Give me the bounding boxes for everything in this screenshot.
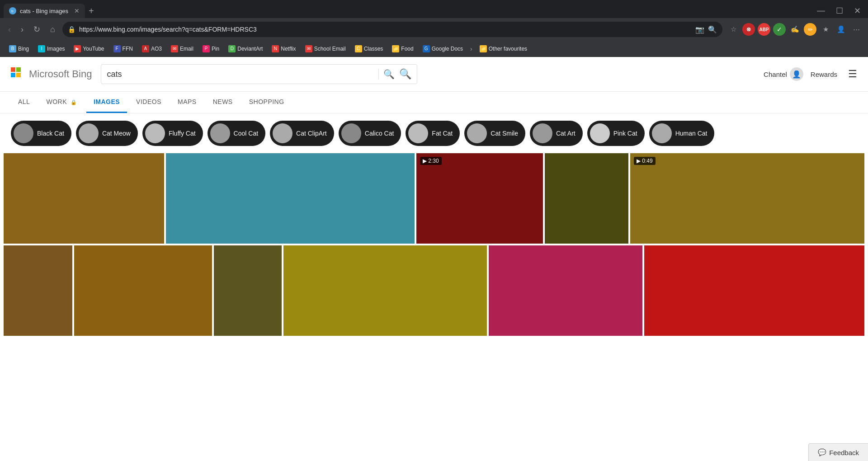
bookmark-ffn[interactable]: F FFN bbox=[110, 44, 137, 54]
related-pill-cool-cat[interactable]: Cool Cat bbox=[208, 121, 265, 146]
related-pill-cat-clipart[interactable]: Cat ClipArt bbox=[270, 121, 334, 146]
bookmark-netflix-label: Netflix bbox=[281, 46, 296, 52]
bookmark-pin[interactable]: P Pin bbox=[199, 44, 223, 54]
related-pill-fluffy-cat[interactable]: Fluffy Cat bbox=[142, 121, 203, 146]
tab-maps[interactable]: MAPS bbox=[170, 92, 204, 113]
bookmark-ao3-label: AO3 bbox=[151, 46, 162, 52]
forward-button[interactable]: › bbox=[18, 25, 26, 34]
classes-favicon: C bbox=[355, 45, 362, 52]
bookmark-school-email[interactable]: ✉ School Email bbox=[302, 44, 349, 54]
tab-images[interactable]: IMAGES bbox=[86, 92, 127, 113]
image-item-2[interactable] bbox=[166, 153, 415, 244]
related-pill-human-cat[interactable]: Human Cat bbox=[649, 121, 715, 146]
check-icon[interactable]: ✓ bbox=[773, 23, 786, 36]
bookmarks-bar: B Bing I Images ▶ YouTube F FFN A AO3 ✉ … bbox=[0, 41, 868, 57]
home-button[interactable]: ⌂ bbox=[47, 25, 58, 34]
tab-work[interactable]: WORK 🔒 bbox=[39, 92, 84, 113]
tab-shopping[interactable]: SHOPPING bbox=[242, 92, 292, 113]
abp-icon[interactable]: ABP bbox=[758, 23, 770, 36]
related-pill-fat-cat[interactable]: Fat Cat bbox=[406, 121, 460, 146]
quill-icon[interactable]: ✍ bbox=[788, 23, 801, 36]
da-favicon: D bbox=[228, 45, 236, 52]
bookmark-youtube[interactable]: ▶ YouTube bbox=[70, 44, 108, 54]
image-item-1[interactable] bbox=[4, 153, 164, 244]
bing-logo-text: Microsoft Bing bbox=[29, 68, 92, 80]
bookmarks-chevron[interactable]: › bbox=[470, 45, 472, 52]
camera-icon[interactable]: 📷 bbox=[695, 25, 704, 34]
bookmark-netflix[interactable]: N Netflix bbox=[268, 44, 299, 54]
back-button[interactable]: ‹ bbox=[5, 25, 14, 34]
maximize-button[interactable]: ☐ bbox=[832, 6, 847, 16]
bookmark-classes[interactable]: C Classes bbox=[351, 44, 387, 54]
image-item-11[interactable] bbox=[644, 245, 864, 336]
pill-cat-smile-img bbox=[467, 123, 487, 143]
rewards-button[interactable]: Rewards bbox=[811, 71, 837, 78]
bing-logo[interactable]: Microsoft Bing bbox=[11, 67, 92, 81]
related-pill-calico-cat[interactable]: Calico Cat bbox=[339, 121, 401, 146]
pill-cool-cat-label: Cool Cat bbox=[234, 130, 258, 137]
image-item-4[interactable] bbox=[545, 153, 628, 244]
star-icon[interactable]: ☆ bbox=[727, 23, 740, 36]
ffn-favicon: F bbox=[113, 45, 121, 52]
bookmark-ao3[interactable]: A AO3 bbox=[138, 44, 165, 54]
image-item-6[interactable] bbox=[4, 245, 72, 336]
svg-rect-3 bbox=[16, 67, 21, 72]
tab-title: cats - Bing images bbox=[20, 8, 71, 14]
refresh-button[interactable]: ↻ bbox=[31, 24, 43, 34]
video-badge-2: ▶ 0:49 bbox=[634, 157, 656, 165]
address-search-icon[interactable]: 🔍 bbox=[708, 25, 717, 34]
search-input[interactable] bbox=[107, 70, 374, 79]
tab-news[interactable]: NEWS bbox=[206, 92, 240, 113]
related-pill-black-cat[interactable]: Black Cat bbox=[11, 121, 71, 146]
bookmark-food[interactable]: 📁 Food bbox=[388, 44, 417, 54]
svg-rect-2 bbox=[11, 67, 15, 72]
extensions-icon[interactable]: ⊗ bbox=[742, 23, 755, 36]
lock-icon: 🔒 bbox=[68, 26, 75, 33]
tab-close-button[interactable]: ✕ bbox=[74, 7, 80, 14]
search-box[interactable]: 🔍 🔍 bbox=[101, 64, 417, 84]
minimize-button[interactable]: — bbox=[813, 6, 829, 16]
more-icon[interactable]: ⋯ bbox=[850, 23, 863, 36]
pill-pink-cat-img bbox=[590, 123, 610, 143]
active-tab[interactable]: b cats - Bing images ✕ bbox=[4, 4, 85, 18]
profile-icon[interactable]: 👤 bbox=[835, 23, 847, 36]
pill-fluffy-cat-label: Fluffy Cat bbox=[169, 130, 196, 137]
tab-all[interactable]: ALL bbox=[11, 92, 37, 113]
bookmark-bing[interactable]: B Bing bbox=[5, 44, 33, 54]
bookmark-school-email-label: School Email bbox=[314, 46, 346, 52]
bookmark-other-favourites[interactable]: 📁 Other favourites bbox=[476, 44, 531, 54]
image-item-3[interactable]: ▶ 2:30 bbox=[416, 153, 543, 244]
hamburger-menu[interactable]: ☰ bbox=[848, 68, 857, 80]
pencil-icon[interactable]: ✏ bbox=[804, 23, 816, 36]
user-name: Chantel bbox=[764, 71, 787, 78]
image-item-7[interactable] bbox=[74, 245, 212, 336]
user-section[interactable]: Chantel 👤 bbox=[764, 67, 803, 81]
bookmark-images[interactable]: I Images bbox=[34, 44, 68, 54]
bookmark-pin-label: Pin bbox=[212, 46, 219, 52]
image-item-10[interactable] bbox=[489, 245, 642, 336]
related-pill-cat-smile[interactable]: Cat Smile bbox=[464, 121, 525, 146]
close-button[interactable]: ✕ bbox=[850, 6, 864, 16]
bookmark-food-label: Food bbox=[401, 46, 413, 52]
pill-cat-meow-img bbox=[79, 123, 99, 143]
favorites-icon[interactable]: ★ bbox=[819, 23, 832, 36]
related-pill-cat-meow[interactable]: Cat Meow bbox=[76, 121, 138, 146]
image-item-8[interactable] bbox=[214, 245, 282, 336]
new-tab-button[interactable]: + bbox=[89, 6, 94, 16]
search-button[interactable]: 🔍 bbox=[399, 68, 411, 80]
bookmark-email[interactable]: ✉ Email bbox=[167, 44, 197, 54]
camera-search-icon[interactable]: 🔍 bbox=[383, 69, 395, 80]
youtube-favicon: ▶ bbox=[74, 45, 81, 52]
bookmark-google-docs[interactable]: G Google Docs bbox=[419, 44, 467, 54]
related-pill-cat-art[interactable]: Cat Art bbox=[530, 121, 583, 146]
bookmark-deviantart[interactable]: D DeviantArt bbox=[225, 44, 266, 54]
bookmark-deviantart-label: DeviantArt bbox=[237, 46, 263, 52]
address-input-wrap[interactable]: 🔒 https://www.bing.com/images/search?q=c… bbox=[62, 22, 722, 37]
related-pill-pink-cat[interactable]: Pink Cat bbox=[587, 121, 645, 146]
image-item-5[interactable]: ▶ 0:49 bbox=[630, 153, 864, 244]
pill-black-cat-img bbox=[14, 123, 33, 143]
tab-videos[interactable]: VIDEOS bbox=[129, 92, 169, 113]
pill-calico-cat-label: Calico Cat bbox=[365, 130, 394, 137]
bookmark-images-label: Images bbox=[47, 46, 65, 52]
image-item-9[interactable] bbox=[283, 245, 487, 336]
